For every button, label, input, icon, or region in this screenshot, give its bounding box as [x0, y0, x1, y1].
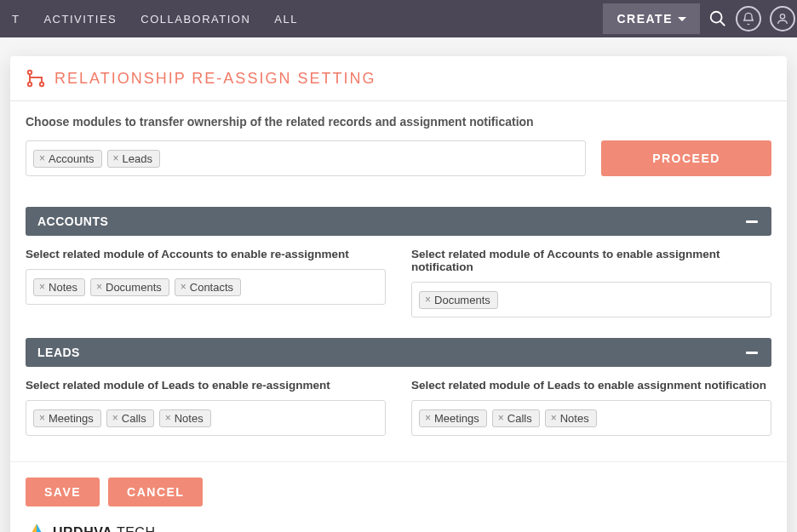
- create-button[interactable]: CREATE: [603, 3, 700, 34]
- topbar-nav: T ACTIVITIES COLLABORATION ALL: [0, 1, 310, 37]
- accounts-reassign-input[interactable]: ×Notes ×Documents ×Contacts: [26, 269, 386, 305]
- proceed-button[interactable]: PROCEED: [601, 140, 771, 176]
- leads-notify-input[interactable]: ×Meetings ×Calls ×Notes: [411, 400, 771, 436]
- tag-leads: × Leads: [107, 150, 160, 168]
- svg-point-5: [40, 83, 43, 86]
- collapse-icon[interactable]: [744, 345, 760, 360]
- module-select-row: × Accounts × Leads PROCEED: [26, 140, 771, 176]
- tag-remove-icon[interactable]: ×: [37, 152, 47, 164]
- panel-body: Choose modules to transfer ownership of …: [10, 101, 787, 207]
- tag-remove-icon[interactable]: ×: [37, 281, 47, 293]
- tag-notes: ×Notes: [545, 409, 597, 427]
- tag-remove-icon[interactable]: ×: [423, 294, 433, 306]
- tag-remove-icon[interactable]: ×: [163, 412, 173, 424]
- svg-point-3: [28, 71, 32, 74]
- cancel-button[interactable]: CANCEL: [108, 478, 203, 506]
- svg-point-0: [711, 12, 722, 23]
- branch-icon: [26, 68, 46, 89]
- topbar-right: CREATE: [603, 3, 788, 34]
- tag-label: Calls: [507, 412, 532, 425]
- tag-calls: ×Calls: [492, 409, 540, 427]
- section-header-leads[interactable]: LEADS: [26, 338, 771, 367]
- leads-notify-col: Select related module of Leads to enable…: [411, 379, 771, 436]
- brand-bold: URDHVA: [53, 525, 112, 532]
- tag-notes: ×Notes: [159, 409, 211, 427]
- accounts-notify-input[interactable]: ×Documents: [411, 282, 771, 317]
- tag-label: Accounts: [49, 152, 94, 165]
- tag-remove-icon[interactable]: ×: [549, 412, 559, 424]
- accounts-notify-col: Select related module of Accounts to ena…: [411, 248, 771, 317]
- modules-input[interactable]: × Accounts × Leads: [26, 140, 586, 176]
- user-icon[interactable]: [770, 6, 795, 31]
- svg-marker-6: [37, 523, 46, 532]
- save-button[interactable]: SAVE: [26, 478, 100, 506]
- tag-remove-icon[interactable]: ×: [179, 281, 188, 293]
- nav-item-t[interactable]: T: [0, 1, 32, 37]
- settings-panel: RELATIONSHIP RE-ASSIGN SETTING Choose mo…: [10, 56, 787, 532]
- tag-label: Documents: [106, 281, 162, 294]
- section-title: LEADS: [37, 346, 80, 359]
- urdhva-logo-icon: [26, 522, 48, 532]
- tag-calls: ×Calls: [106, 409, 154, 427]
- footer-brand: URDHVA TECH: [53, 525, 155, 532]
- tag-notes: ×Notes: [33, 278, 85, 296]
- tag-meetings: ×Meetings: [419, 409, 487, 427]
- tag-label: Documents: [434, 294, 490, 306]
- tag-documents: ×Documents: [419, 291, 498, 309]
- tag-label: Leads: [123, 152, 152, 165]
- topbar: T ACTIVITIES COLLABORATION ALL CREATE: [0, 0, 797, 37]
- panel-header: RELATIONSHIP RE-ASSIGN SETTING: [10, 56, 787, 101]
- svg-point-4: [28, 83, 32, 86]
- page-title: RELATIONSHIP RE-ASSIGN SETTING: [54, 70, 376, 88]
- brand-thin-text: TECH: [117, 525, 156, 532]
- nav-item-collaboration[interactable]: COLLABORATION: [129, 1, 262, 37]
- tag-remove-icon[interactable]: ×: [37, 412, 47, 424]
- tag-label: Meetings: [434, 412, 479, 425]
- create-button-label: CREATE: [616, 12, 673, 26]
- action-row: SAVE CANCEL: [10, 461, 787, 508]
- leads-reassign-input[interactable]: ×Meetings ×Calls ×Notes: [26, 400, 386, 436]
- svg-marker-7: [27, 523, 37, 532]
- tag-documents: ×Documents: [90, 278, 169, 296]
- notifications-icon[interactable]: [736, 6, 761, 31]
- leads-reassign-col: Select related module of Leads to enable…: [26, 379, 386, 436]
- svg-line-1: [720, 21, 725, 26]
- accounts-reassign-label: Select related module of Accounts to ena…: [26, 248, 386, 260]
- tag-label: Calls: [122, 412, 146, 425]
- instruction-text: Choose modules to transfer ownership of …: [26, 115, 771, 129]
- tag-label: Notes: [49, 281, 77, 294]
- leads-notify-label: Select related module of Leads to enable…: [411, 379, 771, 392]
- accounts-reassign-col: Select related module of Accounts to ena…: [26, 248, 386, 317]
- leads-reassign-label: Select related module of Leads to enable…: [26, 379, 386, 392]
- tag-contacts: ×Contacts: [175, 278, 241, 296]
- tag-remove-icon[interactable]: ×: [423, 412, 433, 424]
- chevron-down-icon: [678, 17, 686, 21]
- search-icon[interactable]: [708, 9, 727, 28]
- section-content-accounts: Select related module of Accounts to ena…: [10, 236, 787, 338]
- tag-remove-icon[interactable]: ×: [111, 412, 120, 424]
- tag-label: Meetings: [49, 412, 94, 425]
- tag-remove-icon[interactable]: ×: [95, 281, 104, 293]
- nav-item-activities[interactable]: ACTIVITIES: [32, 1, 129, 37]
- footer-logo: URDHVA TECH: [10, 508, 787, 532]
- collapse-icon[interactable]: [744, 214, 760, 229]
- tag-label: Notes: [560, 412, 589, 425]
- section-title: ACCOUNTS: [37, 215, 108, 228]
- tag-meetings: ×Meetings: [33, 409, 101, 427]
- tag-label: Notes: [175, 412, 204, 425]
- nav-item-all[interactable]: ALL: [262, 1, 310, 37]
- tag-remove-icon[interactable]: ×: [112, 152, 121, 164]
- tag-remove-icon[interactable]: ×: [496, 412, 506, 424]
- tag-label: Contacts: [190, 281, 233, 294]
- section-content-leads: Select related module of Leads to enable…: [10, 367, 787, 456]
- accounts-notify-label: Select related module of Accounts to ena…: [411, 248, 771, 273]
- section-header-accounts[interactable]: ACCOUNTS: [26, 207, 771, 236]
- svg-point-2: [780, 14, 784, 19]
- tag-accounts: × Accounts: [33, 150, 102, 168]
